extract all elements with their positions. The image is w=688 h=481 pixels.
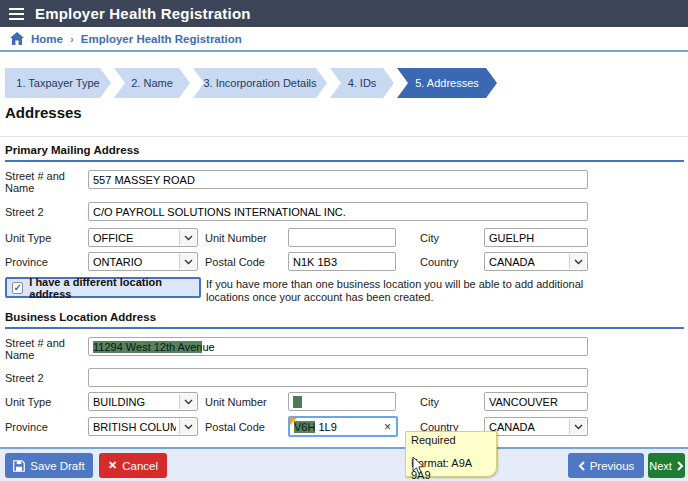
business-postal-code-label: Postal Code <box>205 421 265 433</box>
different-location-label: I have a different location address <box>29 276 194 300</box>
page-title: Addresses <box>5 104 82 121</box>
business-street2-label: Street 2 <box>5 372 44 384</box>
business-country-select[interactable]: CANADA <box>484 417 588 436</box>
breadcrumb-separator: › <box>70 33 74 45</box>
business-street2-input[interactable] <box>88 368 588 387</box>
breadcrumb-current: Employer Health Registration <box>81 33 242 45</box>
selected-text: 11294 West 12th Aven <box>93 341 202 353</box>
primary-postal-code-input[interactable]: N1K 1B3 <box>288 252 396 271</box>
primary-unit-number-label: Unit Number <box>205 232 267 244</box>
step-ids[interactable]: 4. IDs <box>330 68 394 98</box>
previous-button[interactable]: Previous <box>568 453 644 478</box>
close-icon: ✕ <box>108 459 117 472</box>
business-unit-number-label: Unit Number <box>205 396 267 408</box>
different-location-help-text: If you have more than one business locat… <box>206 278 594 304</box>
chevron-right-icon <box>677 461 684 471</box>
business-province-select[interactable]: BRITISH COLUMBIA <box>88 417 198 436</box>
employer-health-registration-page: Employer Health Registration Home › Empl… <box>0 0 688 481</box>
business-unit-number-input[interactable] <box>288 392 396 411</box>
different-location-checkbox[interactable]: ✓ I have a different location address <box>5 277 201 298</box>
hamburger-icon[interactable] <box>9 8 24 20</box>
primary-street-label: Street # and Name <box>5 170 83 194</box>
save-draft-button[interactable]: Save Draft <box>5 453 93 478</box>
next-button[interactable]: Next <box>648 453 685 478</box>
business-unit-type-label: Unit Type <box>5 396 51 408</box>
chevron-down-icon <box>179 419 196 434</box>
step-taxpayer-type[interactable]: 1. Taxpayer Type <box>5 68 111 98</box>
business-province-label: Province <box>5 421 48 433</box>
primary-unit-type-label: Unit Type <box>5 232 51 244</box>
mouse-cursor <box>412 456 426 479</box>
primary-street2-label: Street 2 <box>5 206 44 218</box>
selected-text: V6H <box>294 421 315 433</box>
primary-street-input[interactable]: 557 MASSEY ROAD <box>88 170 588 189</box>
clear-icon[interactable]: × <box>384 418 391 435</box>
checkbox-check-icon: ✓ <box>12 282 23 294</box>
chevron-down-icon <box>179 230 196 245</box>
primary-unit-number-input[interactable] <box>288 228 396 247</box>
app-header: Employer Health Registration <box>0 0 688 27</box>
chevron-down-icon <box>569 254 586 269</box>
business-street-label: Street # and Name <box>5 337 83 361</box>
chevron-down-icon <box>179 394 196 409</box>
business-city-label: City <box>420 396 439 408</box>
primary-unit-type-select[interactable]: OFFICE <box>88 228 198 247</box>
error-corner-icon <box>290 418 297 425</box>
breadcrumb-home-link[interactable]: Home <box>31 33 63 45</box>
primary-country-select[interactable]: CANADA <box>484 252 588 271</box>
primary-city-label: City <box>420 232 439 244</box>
app-title: Employer Health Registration <box>35 5 251 22</box>
step-name[interactable]: 2. Name <box>114 68 190 98</box>
business-street-input[interactable]: 11294 West 12th Avenue <box>88 337 588 356</box>
step-addresses[interactable]: 5. Addresses <box>397 68 497 98</box>
divider <box>0 136 688 137</box>
selection-block <box>293 396 302 408</box>
business-unit-type-select[interactable]: BUILDING <box>88 392 198 411</box>
primary-city-input[interactable]: GUELPH <box>484 228 588 247</box>
cancel-button[interactable]: ✕ Cancel <box>99 453 167 478</box>
primary-mailing-section-title: Primary Mailing Address <box>5 144 684 162</box>
chevron-left-icon <box>578 461 585 471</box>
primary-street2-input[interactable]: C/O PAYROLL SOLUTIONS INTERNATIONAL INC. <box>88 202 588 221</box>
tooltip-required-text: Required <box>411 434 491 446</box>
save-icon <box>13 460 25 472</box>
home-icon <box>10 32 24 45</box>
primary-country-label: Country <box>420 256 459 268</box>
business-postal-code-input[interactable]: V6H 1L9 × <box>288 416 398 437</box>
chevron-down-icon <box>569 419 586 434</box>
business-city-input[interactable]: VANCOUVER <box>484 392 588 411</box>
breadcrumb: Home › Employer Health Registration <box>0 27 688 52</box>
primary-province-label: Province <box>5 256 48 268</box>
wizard-stepper: 1. Taxpayer Type 2. Name 3. Incorporatio… <box>5 68 497 98</box>
step-incorporation-details[interactable]: 3. Incorporation Details <box>193 68 327 98</box>
primary-province-select[interactable]: ONTARIO <box>88 252 198 271</box>
chevron-down-icon <box>179 254 196 269</box>
primary-postal-code-label: Postal Code <box>205 256 265 268</box>
business-location-section-title: Business Location Address <box>5 311 684 329</box>
